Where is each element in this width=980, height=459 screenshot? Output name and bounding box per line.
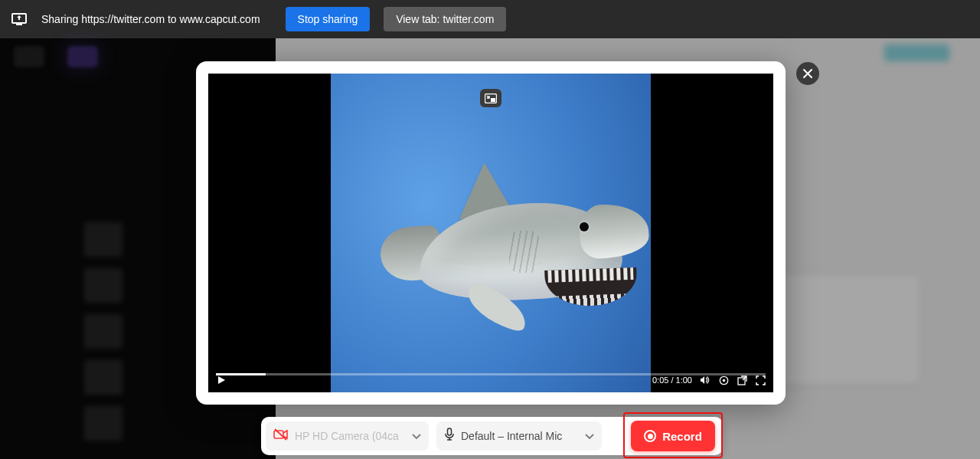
microphone-icon — [444, 428, 455, 444]
view-tab-button[interactable]: View tab: twitter.com — [384, 7, 506, 31]
microphone-label: Default – Internal Mic — [461, 430, 579, 442]
video-time-display: 0:05 / 1:00 — [652, 375, 692, 385]
video-subject — [350, 158, 656, 357]
record-button[interactable]: Record — [631, 421, 715, 451]
share-status-text: Sharing https://twitter.com to www.capcu… — [41, 13, 260, 25]
share-bar: Sharing https://twitter.com to www.capcu… — [0, 0, 980, 38]
fullscreen-icon[interactable] — [755, 375, 766, 385]
chevron-down-icon — [585, 429, 594, 443]
camera-label: HP HD Camera (04ca — [295, 430, 406, 442]
video-controls: 0:05 / 1:00 — [208, 368, 773, 392]
svg-rect-4 — [491, 98, 495, 102]
settings-icon[interactable] — [718, 375, 729, 385]
svg-rect-10 — [448, 428, 452, 435]
record-icon — [644, 430, 656, 442]
screen-share-icon — [11, 12, 28, 26]
picture-in-picture-button[interactable] — [480, 89, 501, 107]
svg-point-6 — [722, 379, 725, 382]
play-icon[interactable] — [216, 375, 227, 385]
camera-off-icon — [273, 428, 289, 444]
popout-icon[interactable] — [737, 375, 747, 385]
camera-select[interactable]: HP HD Camera (04ca — [266, 421, 429, 451]
svg-rect-2 — [16, 24, 22, 25]
video-content — [331, 74, 651, 392]
volume-icon[interactable] — [700, 375, 710, 385]
record-button-label: Record — [662, 430, 702, 443]
microphone-select[interactable]: Default – Internal Mic — [436, 421, 602, 451]
stop-sharing-button[interactable]: Stop sharing — [286, 7, 371, 31]
video-frame[interactable]: 0:05 / 1:00 — [208, 74, 773, 392]
close-modal-button[interactable] — [796, 62, 819, 85]
recording-preview-modal: 0:05 / 1:00 — [196, 61, 786, 405]
chevron-down-icon — [412, 429, 421, 443]
